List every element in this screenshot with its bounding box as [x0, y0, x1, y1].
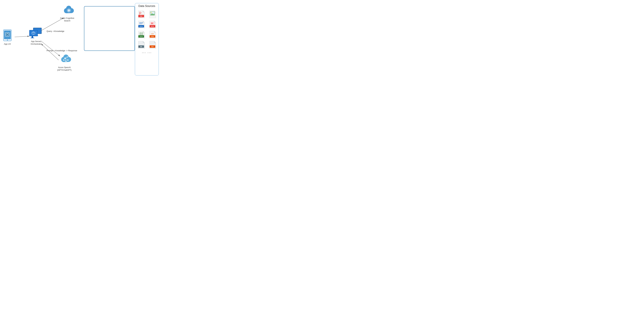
ai-doc-intelligence-box: Semantic chunk Extract Azure AI Do [84, 6, 135, 51]
svg-rect-24 [32, 36, 33, 38]
cognitive-search-section: Azure CognitiveSearch [60, 4, 74, 22]
openai-cloud-icon [57, 52, 72, 65]
data-sources-panel: Data Sources PDF [135, 3, 159, 75]
app-ux-label: App UX [3, 43, 12, 45]
cognitive-search-label: Azure CognitiveSearch [60, 17, 74, 22]
openai-label: Azure OpenAI(GPT/ChatGPT) [57, 66, 72, 71]
svg-text:MD: MD [140, 46, 142, 47]
svg-line-2 [15, 36, 29, 37]
svg-point-14 [7, 39, 8, 40]
svg-text:XLSX: XLSX [140, 36, 143, 37]
app-server-label: App Server,Orchestrator [28, 40, 44, 45]
file-icon-img [148, 9, 156, 18]
svg-point-66 [151, 23, 153, 24]
data-sources-title: Data Sources [136, 4, 158, 8]
file-icon-pdf: PDF [137, 9, 146, 18]
file-icon-pptx: PPTX [148, 19, 156, 28]
svg-text:HTML: HTML [151, 36, 154, 37]
file-icons-grid: PDF DOCX [136, 9, 158, 49]
diagram-container: App UX App Server,Orchestrator [0, 0, 161, 79]
file-icon-xlsx: XLSX [137, 29, 146, 38]
app-server-section: App Server,Orchestrator [28, 26, 44, 45]
file-icon-txt: TXT [148, 40, 156, 49]
cloud-search-icon [60, 4, 74, 15]
dots-label: ... ... [136, 50, 158, 54]
app-ux-section: App UX [3, 29, 12, 45]
file-icon-html: HTML </> [148, 29, 156, 38]
svg-rect-25 [30, 38, 34, 38]
tablet-icon [3, 29, 12, 41]
server-cluster-icon [28, 26, 44, 39]
svg-text:PDF: PDF [140, 15, 142, 17]
svg-point-56 [151, 12, 152, 13]
svg-text:PPTX: PPTX [151, 26, 154, 27]
prompt-label: Prompt + Knowledge -> Response [46, 49, 77, 52]
file-icon-docx: DOCX [137, 19, 146, 28]
query-label: Query ->Knowledge [46, 30, 64, 32]
svg-text:TXT: TXT [151, 46, 154, 47]
file-icon-md: MD [137, 40, 146, 49]
svg-text:</>: </> [151, 33, 154, 35]
svg-text:DOCX: DOCX [140, 26, 143, 27]
azure-openai-section: Azure OpenAI(GPT/ChatGPT) [57, 52, 72, 71]
